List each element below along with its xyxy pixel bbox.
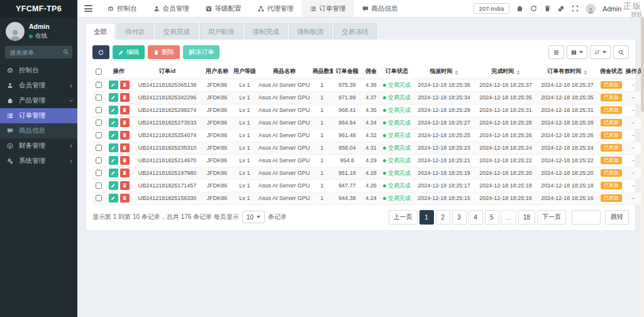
unfreeze-orders-button[interactable]: 解冻订单 (183, 45, 219, 59)
page-jump-button[interactable]: 跳转 (605, 210, 629, 225)
row-edit-button[interactable] (109, 156, 118, 165)
column-header-user-name: 用户名称 (202, 64, 232, 79)
page-size-select[interactable]: 10 (242, 211, 265, 223)
top-menu-item-agents[interactable]: 代理管理 (250, 0, 302, 17)
row-checkbox[interactable] (96, 195, 102, 201)
column-header-label: 完成时间 (492, 68, 514, 74)
tab-4[interactable]: 用户取消 (200, 23, 243, 40)
row-checkbox[interactable] (96, 94, 102, 101)
sort-icon[interactable] (455, 70, 458, 75)
page-button-2[interactable]: 2 (436, 210, 450, 225)
column-header-finish-time[interactable]: 完成时间 (475, 64, 536, 79)
row-checkbox[interactable] (96, 157, 102, 164)
topbar-user-name[interactable]: Admin (602, 5, 621, 13)
avatar[interactable] (6, 22, 25, 41)
prev-page-button[interactable]: 上一页 (389, 210, 418, 225)
search-button[interactable] (613, 45, 629, 59)
row-delete-button[interactable] (120, 131, 130, 140)
row-checkbox[interactable] (96, 145, 102, 151)
row-delete-button[interactable] (120, 194, 130, 203)
row-checkbox[interactable] (96, 107, 102, 113)
sidebar-item-products[interactable]: 产品管理‹ (0, 93, 77, 108)
sidebar-item-members[interactable]: 会员管理‹ (0, 78, 77, 93)
refresh-icon[interactable] (530, 5, 537, 12)
fullscreen-icon[interactable] (572, 5, 579, 12)
row-edit-button[interactable] (109, 106, 118, 114)
operator-cell: - (625, 79, 642, 91)
sidebar-item-finance[interactable]: 财务管理‹ (0, 138, 77, 153)
order-id-cell: UB2412181825156330 (133, 192, 202, 204)
page-button-5[interactable]: 5 (485, 210, 499, 225)
row-delete-button[interactable] (120, 156, 130, 165)
scrollbar-track[interactable] (641, 18, 644, 317)
sidebar-item-system[interactable]: 系统管理‹ (0, 153, 77, 169)
row-select-cell (92, 179, 105, 192)
column-header-assign-time[interactable]: 指派时间 (413, 64, 475, 79)
sort-icon[interactable] (584, 70, 587, 75)
row-delete-button[interactable] (120, 93, 130, 102)
row-edit-button[interactable] (109, 81, 118, 89)
row-edit-button[interactable] (109, 181, 118, 190)
tab-2[interactable]: 待付款 (117, 23, 153, 40)
sidebar-toggle-hamburger-icon[interactable] (77, 5, 99, 12)
row-checkbox[interactable] (96, 182, 102, 189)
sort-order-button[interactable] (590, 45, 611, 59)
region-select[interactable]: 207-India (474, 3, 510, 14)
row-checkbox[interactable] (96, 132, 102, 138)
row-edit-button[interactable] (109, 194, 118, 203)
row-checkbox[interactable] (96, 82, 102, 88)
columns-button[interactable] (567, 45, 587, 59)
top-menu-item-levels[interactable]: 等级配置 (197, 0, 250, 17)
page-button-18[interactable]: 18 (518, 210, 535, 225)
clear-trash-icon[interactable] (544, 5, 551, 12)
sidebar-item-goods-info[interactable]: 商品信息 (0, 123, 77, 138)
page-button-1[interactable]: 1 (419, 210, 434, 225)
row-edit-button[interactable] (109, 118, 118, 127)
row-delete-button[interactable] (120, 118, 130, 127)
row-delete-button[interactable] (120, 106, 130, 114)
row-delete-button[interactable] (120, 169, 130, 177)
tab-3[interactable]: 交易完成 (155, 23, 198, 40)
top-menu-item-members[interactable]: 会员管理 (145, 0, 197, 17)
sort-icon[interactable] (516, 70, 520, 75)
row-edit-button[interactable] (109, 143, 118, 152)
tab-5[interactable]: 强制完成 (245, 23, 287, 40)
table-footer: 显示第 1 到第 10 条记录，总共 176 条记录 每页显示 10 条记录 上… (92, 210, 629, 225)
refresh-button[interactable] (92, 45, 109, 59)
select-all-checkbox[interactable] (96, 69, 102, 75)
home-icon[interactable] (516, 5, 523, 12)
clear-cache-icon[interactable] (558, 5, 565, 12)
sidebar-search-input[interactable] (5, 46, 72, 58)
top-menu-item-orders[interactable]: 订单管理 (302, 0, 354, 17)
order-amount-cell: 951.18 (333, 167, 362, 179)
page-button-3[interactable]: 3 (452, 210, 467, 225)
row-edit-button[interactable] (109, 93, 118, 102)
row-delete-button[interactable] (120, 81, 130, 89)
edit-button[interactable]: 编辑 (113, 45, 145, 59)
tab-1[interactable]: 全部 (86, 23, 115, 40)
row-delete-button[interactable] (120, 181, 130, 190)
column-header-valid-time[interactable]: 订单有效时间 (536, 64, 598, 79)
chevron-left-icon: ‹ (70, 158, 72, 164)
top-menu-item-goods-info[interactable]: 商品信息 (354, 0, 406, 17)
orders-table: 操作订单id用户名称用户等级商品名称商品数量订单金额佣金订单状态指派时间完成时间… (92, 64, 642, 205)
row-edit-button[interactable] (109, 131, 118, 140)
tab-7[interactable]: 交易冻结 (334, 23, 377, 40)
row-delete-button[interactable] (120, 143, 130, 152)
toggle-view-button[interactable] (548, 45, 564, 59)
row-checkbox[interactable] (96, 120, 102, 126)
row-checkbox[interactable] (96, 170, 102, 176)
sidebar-item-orders[interactable]: 订单管理 (0, 108, 77, 123)
scrollbar-thumb[interactable] (641, 18, 644, 112)
next-page-button[interactable]: 下一页 (537, 210, 566, 225)
avatar[interactable] (586, 4, 596, 14)
tab-6[interactable]: 强制取消 (289, 23, 332, 40)
sidebar-item-dashboard[interactable]: 控制台 (0, 63, 77, 78)
top-menu-item-dashboard[interactable]: 控制台 (99, 0, 145, 17)
product-name-cell: Asus AI Server GPU Server ... (257, 91, 311, 104)
row-edit-button[interactable] (109, 169, 118, 177)
page-button-4[interactable]: 4 (469, 210, 483, 225)
delete-button[interactable]: 删除 (148, 45, 180, 59)
page-jump-input[interactable] (572, 210, 601, 225)
search-icon[interactable] (63, 49, 69, 55)
